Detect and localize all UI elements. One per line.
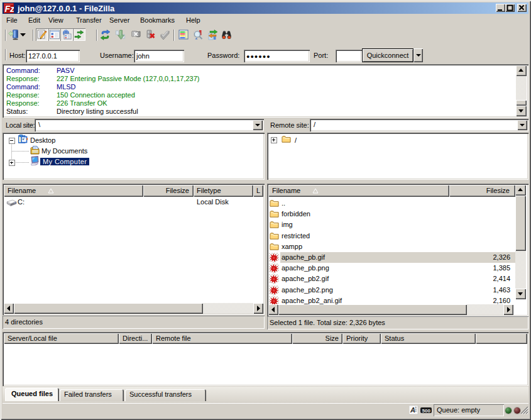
svg-text:A: A	[410, 406, 415, 414]
svg-text:Fz: Fz	[5, 4, 14, 14]
svg-text:500: 500	[422, 408, 431, 414]
